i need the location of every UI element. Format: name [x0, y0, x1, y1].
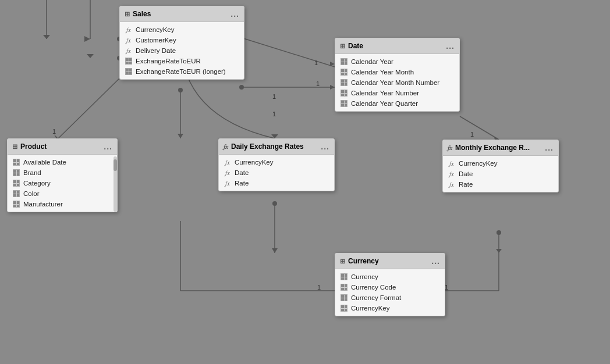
- svg-text:1: 1: [52, 128, 56, 135]
- currency-menu[interactable]: ...: [431, 256, 440, 266]
- product-title: Product: [20, 142, 47, 151]
- monthly-exchange-title: Monthly Exchange R...: [455, 144, 530, 152]
- daily-exchange-title: Daily Exchange Rates: [231, 142, 304, 151]
- field-label: CurrencyKey: [351, 305, 389, 312]
- field-label: Rate: [459, 181, 473, 188]
- calc-icon: 𝑓𝑥: [125, 26, 133, 34]
- table-icon: [340, 294, 348, 302]
- field-label: Calendar Year Month Number: [351, 79, 439, 86]
- sales-table: ⊞ Sales ... 𝑓𝑥 CurrencyKey 𝑓𝑥 CustomerKe…: [119, 6, 244, 80]
- svg-line-0: [242, 38, 335, 67]
- field-label: Manufacturer: [23, 201, 63, 208]
- field-label: Calendar Year Number: [351, 90, 419, 97]
- table-row: Calendar Year: [335, 56, 459, 67]
- table-icon: [12, 158, 20, 166]
- svg-marker-27: [272, 248, 278, 253]
- svg-text:1: 1: [317, 284, 321, 291]
- daily-exchange-body: 𝑓𝑥 CurrencyKey 𝑓𝑥 Date 𝑓𝑥 Rate: [219, 155, 334, 191]
- table-row: Calendar Year Number: [335, 88, 459, 98]
- sales-table-icon: ⊞: [125, 10, 130, 18]
- product-header-left: ⊞ Product: [12, 142, 47, 151]
- field-label: Currency: [351, 273, 378, 280]
- table-row: 𝑓𝑥 Rate: [443, 179, 558, 190]
- currency-table: ⊞ Currency ... Currency Currency Code: [335, 253, 445, 316]
- svg-marker-34: [496, 249, 502, 253]
- table-row: CurrencyKey: [335, 303, 445, 313]
- calc-icon: 𝑓𝑥: [125, 47, 133, 55]
- scroll-thumb: [114, 159, 117, 171]
- sales-title: Sales: [133, 10, 151, 18]
- sales-header: ⊞ Sales ...: [120, 6, 244, 22]
- table-icon: [125, 67, 133, 76]
- date-menu[interactable]: ...: [446, 41, 455, 51]
- table-icon: [340, 68, 348, 76]
- date-table: ⊞ Date ... Calendar Year Calendar Year M…: [335, 38, 460, 112]
- svg-text:1: 1: [314, 59, 318, 66]
- table-row: Available Date: [8, 157, 117, 167]
- table-row: Color: [8, 188, 117, 199]
- field-label: Date: [459, 170, 473, 177]
- svg-line-19: [58, 78, 119, 138]
- calc-icon: 𝑓𝑥: [224, 158, 232, 166]
- svg-text:1: 1: [272, 110, 276, 117]
- monthly-exchange-header: 𝑓𝑥 Monthly Exchange R... ...: [443, 140, 558, 156]
- calc-icon: 𝑓𝑥: [224, 179, 232, 187]
- table-row: 𝑓𝑥 Date: [219, 167, 334, 178]
- field-label: Calendar Year: [351, 58, 393, 65]
- svg-marker-7: [330, 85, 335, 90]
- field-label: CustomerKey: [136, 37, 176, 44]
- currency-header-left: ⊞ Currency: [340, 257, 379, 265]
- field-label: Category: [23, 180, 51, 187]
- field-label: Available Date: [23, 159, 66, 166]
- table-icon: [340, 58, 348, 66]
- calc-icon: 𝑓𝑥: [448, 170, 456, 178]
- field-label: Date: [235, 169, 249, 176]
- table-icon: [12, 200, 20, 208]
- field-label: Delivery Date: [136, 47, 176, 54]
- svg-marker-38: [271, 134, 278, 138]
- field-label: Currency Code: [351, 284, 396, 291]
- table-icon: [340, 283, 348, 291]
- table-icon: [12, 190, 20, 198]
- calc-icon: 𝑓𝑥: [224, 169, 232, 177]
- table-row: 𝑓𝑥 CustomerKey: [120, 35, 244, 45]
- svg-line-8: [460, 116, 499, 140]
- table-row: Calendar Year Month Number: [335, 77, 459, 88]
- table-row: Currency Code: [335, 282, 445, 292]
- sales-menu[interactable]: ...: [230, 9, 239, 19]
- field-label: ExchangeRateToEUR: [136, 58, 201, 65]
- table-row: Currency Format: [335, 292, 445, 303]
- table-icon: [125, 57, 133, 65]
- product-table-icon: ⊞: [12, 143, 17, 151]
- svg-marker-13: [84, 36, 90, 42]
- field-label: Calendar Year Quarter: [351, 100, 418, 107]
- product-header: ⊞ Product ...: [8, 139, 117, 155]
- daily-exchange-table: 𝑓𝑥 Daily Exchange Rates ... 𝑓𝑥 CurrencyK…: [218, 138, 335, 191]
- field-label: CurrencyKey: [235, 159, 273, 166]
- diagram-canvas: 1 1 1 1: [0, 0, 610, 364]
- table-icon: [12, 169, 20, 177]
- table-row: ExchangeRateToEUR (longer): [120, 66, 244, 77]
- monthly-exchange-calc-icon: 𝑓𝑥: [448, 144, 452, 152]
- monthly-exchange-menu[interactable]: ...: [545, 143, 554, 152]
- field-label: CurrencyKey: [136, 26, 174, 33]
- table-icon: [340, 304, 348, 312]
- product-menu[interactable]: ...: [104, 142, 112, 151]
- daily-exchange-menu[interactable]: ...: [321, 142, 329, 151]
- svg-marker-17: [43, 35, 50, 39]
- table-icon: [12, 179, 20, 187]
- table-row: Manufacturer: [8, 199, 117, 209]
- monthly-exchange-header-left: 𝑓𝑥 Monthly Exchange R...: [448, 144, 530, 152]
- table-row: Calendar Year Month: [335, 67, 459, 77]
- table-icon: [340, 89, 348, 97]
- monthly-exchange-body: 𝑓𝑥 CurrencyKey 𝑓𝑥 Date 𝑓𝑥 Rate: [443, 156, 558, 192]
- scroll-indicator[interactable]: [114, 156, 117, 212]
- table-row: ExchangeRateToEUR: [120, 56, 244, 66]
- calc-icon: 𝑓𝑥: [448, 180, 456, 188]
- table-row: Currency: [335, 272, 445, 282]
- svg-text:1: 1: [316, 80, 320, 87]
- table-row: Category: [8, 178, 117, 188]
- svg-marker-3: [330, 62, 335, 66]
- table-row: Brand: [8, 167, 117, 178]
- monthly-exchange-table: 𝑓𝑥 Monthly Exchange R... ... 𝑓𝑥 Currency…: [442, 140, 559, 192]
